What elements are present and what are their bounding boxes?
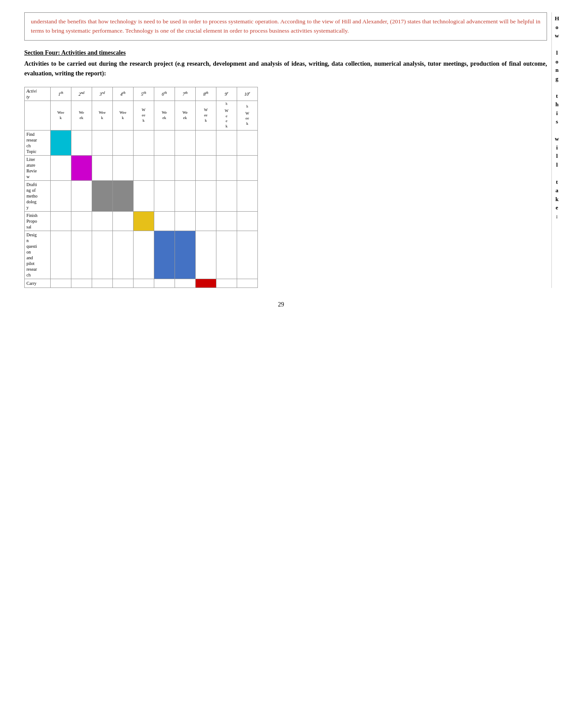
gantt-col0-header: Activity xyxy=(25,87,51,101)
activity-literature: LiteratureReview xyxy=(25,155,51,180)
gantt-table: Activity 1th 2nd 3rd 4th 5th 6th 7th 8th… xyxy=(24,87,258,287)
gantt-cell-find-5 xyxy=(133,130,154,155)
sidebar-letter-H: H xyxy=(553,14,562,23)
sidebar-letter-o2: o xyxy=(553,57,562,66)
gantt-cell-prop-2 xyxy=(71,211,92,231)
gantt-cell-find-6 xyxy=(154,130,175,155)
gantt-cell-find-4 xyxy=(112,130,133,155)
gantt-cell-lit-8 xyxy=(195,155,216,180)
gantt-row-literature: LiteratureReview xyxy=(25,155,258,180)
gantt-row-proposal: FinishProposal xyxy=(25,211,258,231)
gantt-cell-draft-3 xyxy=(92,180,112,211)
gantt-cell-prop-8 xyxy=(195,211,216,231)
gantt-cell-draft-7 xyxy=(175,180,195,211)
gantt-cell-prop-3 xyxy=(92,211,112,231)
gantt-cell-carry-9 xyxy=(216,279,237,287)
gantt-sub-col4: Week xyxy=(112,101,133,130)
activity-drafting: Drafting ofmethodology xyxy=(25,180,51,211)
gantt-cell-prop-1 xyxy=(50,211,71,231)
gantt-cell-prop-6 xyxy=(154,211,175,231)
gantt-cell-lit-4 xyxy=(112,155,133,180)
gantt-cell-find-2 xyxy=(71,130,92,155)
sidebar-letter-colon: : xyxy=(553,212,562,221)
sidebar-letter-w: w xyxy=(553,31,562,40)
gantt-cell-des-8 xyxy=(195,231,216,279)
gantt-cell-carry-10 xyxy=(237,279,257,287)
gantt-sub-col8: Week xyxy=(195,101,216,130)
gantt-cell-find-9 xyxy=(216,130,237,155)
gantt-cell-find-1 xyxy=(50,130,71,155)
gantt-cell-prop-7 xyxy=(175,211,195,231)
gantt-row-design: Designquestionandpilotresearch xyxy=(25,231,258,279)
gantt-cell-des-7 xyxy=(175,231,195,279)
gantt-sub-col6: Week xyxy=(154,101,175,130)
sidebar-letter-n: n xyxy=(553,66,562,75)
sidebar-letter-a: a xyxy=(553,186,562,195)
gantt-col9-header: 9r xyxy=(216,87,237,101)
gantt-cell-lit-1 xyxy=(50,155,71,180)
sidebar-letter-t1: t xyxy=(553,92,562,101)
gantt-container: Activity 1th 2nd 3rd 4th 5th 6th 7th 8th… xyxy=(24,87,547,287)
sidebar-letter-h: h xyxy=(553,100,562,109)
gantt-cell-prop-5 xyxy=(133,211,154,231)
gantt-cell-des-5 xyxy=(133,231,154,279)
gantt-cell-carry-5 xyxy=(133,279,154,287)
gantt-cell-lit-2 xyxy=(71,155,92,180)
gantt-sub-col1: Week xyxy=(50,101,71,130)
sidebar-letter-t2: t xyxy=(553,178,562,187)
gantt-col7-header: 7th xyxy=(175,87,195,101)
gantt-cell-des-6 xyxy=(154,231,175,279)
activity-design: Designquestionandpilotresearch xyxy=(25,231,51,279)
sidebar-letter-l: l xyxy=(553,49,562,57)
gantt-cell-draft-1 xyxy=(50,180,71,211)
sidebar-letter-i: i xyxy=(553,143,562,152)
gantt-cell-draft-2 xyxy=(71,180,92,211)
gantt-cell-des-4 xyxy=(112,231,133,279)
gantt-cell-draft-9 xyxy=(216,180,237,211)
sidebar-letter-g: g xyxy=(553,75,562,83)
gantt-col4-header: 4th xyxy=(112,87,133,101)
gantt-row-drafting: Drafting ofmethodology xyxy=(25,180,258,211)
intro-text: understand the benefits that how technol… xyxy=(31,18,540,34)
gantt-cell-lit-7 xyxy=(175,155,195,180)
gantt-cell-carry-2 xyxy=(71,279,92,287)
gantt-col10-header: 10r xyxy=(237,87,257,101)
gantt-col8-header: 8th xyxy=(195,87,216,101)
gantt-cell-lit-6 xyxy=(154,155,175,180)
main-content: understand the benefits that how technol… xyxy=(24,12,551,288)
gantt-cell-draft-5 xyxy=(133,180,154,211)
sidebar-spacer-1 xyxy=(553,40,562,49)
gantt-cell-draft-10 xyxy=(237,180,257,211)
gantt-cell-lit-9 xyxy=(216,155,237,180)
gantt-cell-lit-10 xyxy=(237,155,257,180)
gantt-header-row: Activity 1th 2nd 3rd 4th 5th 6th 7th 8th… xyxy=(25,87,258,101)
sidebar-letter-o1: o xyxy=(553,23,562,32)
gantt-sub-col10: hWeek xyxy=(237,101,257,130)
gantt-cell-carry-1 xyxy=(50,279,71,287)
right-sidebar: H o w l o n g t h i s w i l l t a k e : xyxy=(551,12,562,288)
sidebar-spacer-2 xyxy=(553,83,562,92)
gantt-cell-des-2 xyxy=(71,231,92,279)
gantt-cell-carry-3 xyxy=(92,279,112,287)
activity-proposal: FinishProposal xyxy=(25,211,51,231)
gantt-cell-des-1 xyxy=(50,231,71,279)
gantt-col1-header: 1th xyxy=(50,87,71,101)
gantt-col6-header: 6th xyxy=(154,87,175,101)
sidebar-spacer-4 xyxy=(553,169,562,178)
page-number: 29 xyxy=(0,301,562,308)
gantt-cell-prop-9 xyxy=(216,211,237,231)
intro-textbox: understand the benefits that how technol… xyxy=(24,12,547,41)
gantt-sub-col5: Week xyxy=(133,101,154,130)
gantt-cell-carry-6 xyxy=(154,279,175,287)
sidebar-letter-w2: w xyxy=(553,134,562,143)
gantt-sub-col0 xyxy=(25,101,51,130)
gantt-col2-header: 2nd xyxy=(71,87,92,101)
gantt-cell-carry-8 xyxy=(195,279,216,287)
gantt-cell-lit-5 xyxy=(133,155,154,180)
gantt-cell-draft-8 xyxy=(195,180,216,211)
gantt-cell-find-8 xyxy=(195,130,216,155)
gantt-cell-carry-4 xyxy=(112,279,133,287)
gantt-cell-des-10 xyxy=(237,231,257,279)
gantt-sub-col9: hWeek xyxy=(216,101,237,130)
gantt-row-find-topic: FindresearchTopic xyxy=(25,130,258,155)
